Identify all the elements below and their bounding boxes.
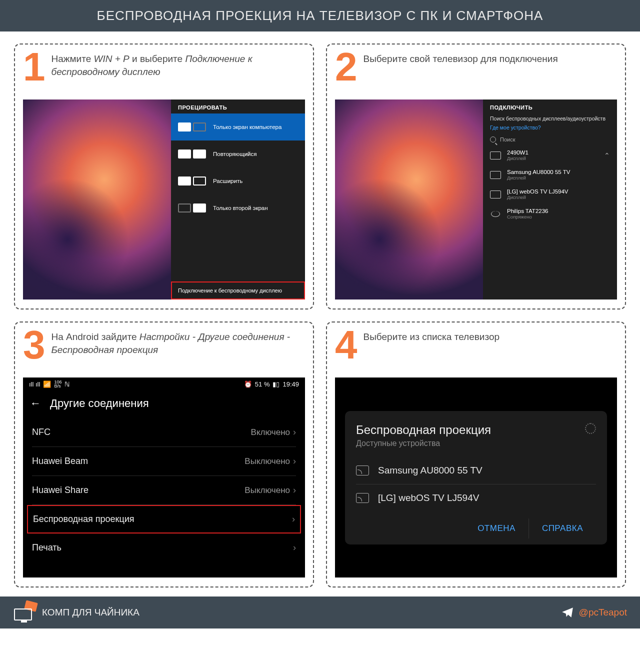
device-search[interactable]: Поиск (483, 132, 617, 146)
dialog-device-0[interactable]: Samsung AU8000 55 TV (356, 457, 596, 484)
nfc-icon: ℕ (64, 380, 70, 388)
connect-title: ПОДКЛЮЧИТЬ (483, 100, 617, 114)
display-icon (490, 190, 501, 198)
chevron-right-icon: › (293, 542, 296, 553)
row-label: Печать (32, 542, 62, 553)
alarm-icon: ⏰ (244, 380, 252, 388)
chevron-right-icon: › (292, 514, 295, 524)
where-is-device-link[interactable]: Где мое устройство? (483, 122, 617, 132)
row-value: Выключено (244, 456, 290, 466)
settings-row-wireless-projection[interactable]: Беспроводная проекция › (27, 505, 301, 534)
desktop-wallpaper (335, 100, 483, 300)
step-4-head: 4 Выберите из списка телевизор (335, 330, 617, 370)
footer-social[interactable]: @pcTeapot (561, 606, 627, 619)
settings-row-huawei-share[interactable]: Huawei Share Выключено› (32, 476, 296, 505)
clock: 19:49 (282, 380, 299, 388)
headphones-icon (490, 210, 501, 218)
step-2-panel: 2 Выберите свой телевизор для подключени… (326, 44, 626, 310)
device-name: Samsung AU8000 55 TV (507, 169, 570, 175)
dialog-device-name: Samsung AU8000 55 TV (378, 465, 482, 476)
step-3-text: На Android зайдите Настройки - Другие со… (52, 330, 306, 356)
android-status-bar: ıll ıll 📶 106 B/s ℕ ⏰ 51 % ▮▯ 19:49 (23, 378, 305, 391)
device-type: Дисплей (507, 156, 528, 161)
dialog-subtitle: Доступные устройства (356, 439, 491, 448)
step-3-head: 3 На Android зайдите Настройки - Другие … (23, 330, 305, 370)
step-4-number: 4 (335, 330, 356, 360)
step-2-text: Выберите свой телевизор для подключения (364, 52, 558, 66)
battery-icon: ▮▯ (272, 380, 280, 388)
device-search-label: Поиск (500, 136, 515, 142)
dialog-device-1[interactable]: [LG] webOS TV LJ594V (356, 484, 596, 512)
chevron-up-icon: ⌃ (604, 152, 610, 160)
step-4-panel: 4 Выберите из списка телевизор Беспровод… (326, 322, 626, 588)
step-1-text-b: и выберите (130, 54, 186, 64)
help-button[interactable]: СПРАВКА (528, 518, 596, 538)
row-value: Включено (251, 428, 290, 438)
step-2-number: 2 (335, 52, 356, 82)
telegram-handle: @pcTeapot (579, 607, 627, 618)
chevron-right-icon: › (293, 485, 296, 496)
device-type: Дисплей (507, 194, 568, 200)
wireless-projection-dialog: Беспроводная проекция Доступные устройст… (345, 411, 607, 544)
cancel-button[interactable]: ОТМЕНА (464, 518, 528, 538)
project-option-duplicate-label: Повторяющийся (213, 151, 298, 157)
android-dialog-backdrop: Беспроводная проекция Доступные устройст… (335, 378, 617, 578)
signal-icon: ıll ıll (29, 380, 40, 388)
step-1-screenshot: ПРОЕЦИРОВАТЬ Только экран компьютера Пов… (23, 100, 305, 300)
net-unit: B/s (54, 384, 62, 388)
connect-wireless-display-link[interactable]: Подключение к беспроводному дисплею (171, 282, 305, 300)
project-option-pc-only[interactable]: Только экран компьютера (171, 114, 305, 140)
step-1-number: 1 (23, 52, 44, 82)
page-title: БЕСПРОВОДНАЯ ПРОЕКЦИЯ НА ТЕЛЕВИЗОР С ПК … (0, 0, 640, 32)
step-1-panel: 1 Нажмите WIN + P и выберите Подключение… (14, 44, 314, 310)
step-3-screenshot: ıll ıll 📶 106 B/s ℕ ⏰ 51 % ▮▯ 19:49 (23, 378, 305, 578)
step-1-text-a: Нажмите (52, 54, 94, 64)
row-label: Huawei Share (32, 485, 88, 496)
android-header: ← Другие соединения (23, 391, 305, 418)
row-label: Беспроводная проекция (33, 514, 134, 524)
dialog-buttons: ОТМЕНА СПРАВКА (356, 518, 596, 538)
device-name: Philips TAT2236 (507, 208, 548, 214)
dialog-device-name: [LG] webOS TV LJ594V (378, 492, 479, 504)
settings-row-nfc[interactable]: NFC Включено› (32, 418, 296, 447)
device-name: [LG] webOS TV LJ594V (507, 188, 568, 194)
display-icon (490, 152, 501, 160)
device-row-2[interactable]: [LG] webOS TV LJ594V Дисплей (483, 184, 617, 204)
loading-spinner-icon (585, 423, 596, 434)
step-1-text: Нажмите WIN + P и выберите Подключение к… (52, 52, 306, 78)
battery-percent: 51 % (255, 380, 270, 388)
project-option-duplicate[interactable]: Повторяющийся (171, 140, 305, 168)
device-row-0[interactable]: 2490W1 Дисплей ⌃ (483, 146, 617, 165)
connect-sidebar: ПОДКЛЮЧИТЬ Поиск беспроводных дисплеев/а… (483, 100, 617, 300)
cast-icon (356, 493, 369, 503)
step-3-panel: 3 На Android зайдите Настройки - Другие … (14, 322, 314, 588)
android-settings-list: NFC Включено› Huawei Beam Выключено› Hua… (23, 418, 305, 562)
chevron-right-icon: › (293, 427, 296, 438)
project-sidebar: ПРОЕЦИРОВАТЬ Только экран компьютера Пов… (171, 100, 305, 300)
back-arrow-icon[interactable]: ← (30, 397, 41, 410)
step-3-text-a: На Android зайдите (52, 332, 140, 342)
dialog-title: Беспроводная проекция (356, 423, 491, 437)
step-2-head: 2 Выберите свой телевизор для подключени… (335, 52, 617, 92)
connect-subtitle: Поиск беспроводных дисплеев/аудиоустройс… (483, 114, 617, 122)
step-1-head: 1 Нажмите WIN + P и выберите Подключение… (23, 52, 305, 92)
display-icon (490, 171, 501, 179)
settings-row-huawei-beam[interactable]: Huawei Beam Выключено› (32, 447, 296, 476)
android-screen: ıll ıll 📶 106 B/s ℕ ⏰ 51 % ▮▯ 19:49 (23, 378, 305, 578)
project-option-second-only-label: Только второй экран (213, 205, 298, 211)
project-option-pc-only-label: Только экран компьютера (213, 124, 298, 130)
row-value: Выключено (244, 486, 290, 496)
desktop-wallpaper (23, 100, 171, 300)
project-option-second-only[interactable]: Только второй экран (171, 194, 305, 222)
row-label: Huawei Beam (32, 456, 88, 466)
wifi-icon: 📶 (43, 380, 51, 388)
footer-brand: КОМП ДЛЯ ЧАЙНИКА (13, 602, 140, 622)
chevron-right-icon: › (293, 456, 296, 466)
project-option-extend[interactable]: Расширить (171, 168, 305, 194)
cast-icon (356, 466, 369, 476)
footer: КОМП ДЛЯ ЧАЙНИКА @pcTeapot (0, 596, 640, 628)
device-row-3[interactable]: Philips TAT2236 Сопряжено (483, 204, 617, 224)
device-row-1[interactable]: Samsung AU8000 55 TV Дисплей (483, 165, 617, 184)
steps-grid: 1 Нажмите WIN + P и выберите Подключение… (0, 32, 640, 596)
settings-row-print[interactable]: Печать › (32, 534, 296, 562)
